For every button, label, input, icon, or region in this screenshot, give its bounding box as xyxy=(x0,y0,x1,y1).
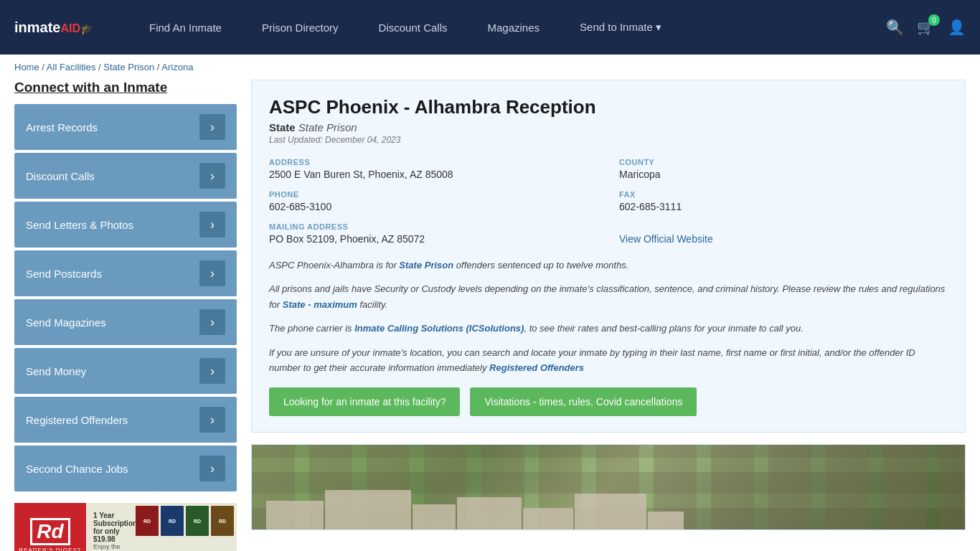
sidebar-item-label: Second Chance Jobs xyxy=(26,463,128,475)
mailing-block: MAILING ADDRESS PO Box 52109, Phoenix, A… xyxy=(269,222,598,245)
facility-photo xyxy=(251,444,966,530)
arrow-icon: › xyxy=(199,212,225,237)
nav-send-to-inmate[interactable]: Send to Inmate ▾ xyxy=(560,0,682,55)
county-block: COUNTY Maricopa xyxy=(619,158,948,180)
ad-headline: 1 Year Subscription for only $19.98 xyxy=(93,509,136,543)
cart-badge: 0 xyxy=(928,14,940,26)
sidebar-item-label: Send Letters & Photos xyxy=(26,219,133,231)
address-value: 2500 E Van Buren St, Phoenix, AZ 85008 xyxy=(269,169,598,180)
nav-magazines[interactable]: Magazines xyxy=(467,0,560,55)
sidebar-item-registered-offenders[interactable]: Registered Offenders › xyxy=(14,397,237,443)
phone-value: 602-685-3100 xyxy=(269,201,598,212)
breadcrumb-home[interactable]: Home xyxy=(14,62,39,72)
address-block: ADDRESS 2500 E Van Buren St, Phoenix, AZ… xyxy=(269,158,598,180)
sidebar-item-label: Discount Calls xyxy=(26,170,95,182)
fax-value: 602-685-3111 xyxy=(619,201,948,212)
search-button[interactable]: 🔍 xyxy=(886,19,904,36)
building-7 xyxy=(648,512,684,529)
sidebar-item-send-money[interactable]: Send Money › xyxy=(14,348,237,394)
breadcrumb: Home / All Facilities / State Prison / A… xyxy=(0,55,980,80)
sidebar-item-send-postcards[interactable]: Send Postcards › xyxy=(14,250,237,296)
sidebar-item-arrest-records[interactable]: Arrest Records › xyxy=(14,104,237,150)
logo[interactable]: inmateAID🎓 xyxy=(14,19,129,36)
arrow-icon: › xyxy=(199,358,225,384)
main-nav: Find An Inmate Prison Directory Discount… xyxy=(129,0,886,55)
ad-book-covers: RD RD RD RD xyxy=(136,506,234,536)
facility-type: State State Prison xyxy=(269,121,948,133)
mailing-value: PO Box 52109, Phoenix, AZ 85072 xyxy=(269,233,598,245)
website-block: View Official Website xyxy=(619,222,948,245)
nav-find-inmate[interactable]: Find An Inmate xyxy=(129,0,242,55)
facility-card: ASPC Phoenix - Alhambra Reception State … xyxy=(251,80,966,433)
rd-logo: Rd xyxy=(30,518,70,545)
arrow-icon: › xyxy=(199,114,225,140)
nav-discount-calls[interactable]: Discount Calls xyxy=(359,0,468,55)
fax-block: FAX 602-685-3111 xyxy=(619,190,948,212)
sidebar-item-label: Send Money xyxy=(26,365,86,377)
sidebar-item-label: Send Magazines xyxy=(26,316,106,329)
official-website-link[interactable]: View Official Website xyxy=(619,233,713,245)
desc-para-1: ASPC Phoenix-Alhambra is for State Priso… xyxy=(269,258,948,273)
building-3 xyxy=(413,504,456,529)
breadcrumb-state[interactable]: Arizona xyxy=(161,62,193,72)
breadcrumb-all-facilities[interactable]: All Facilities xyxy=(47,62,96,72)
ad-banner[interactable]: Rd READER'S DIGEST RD RD RD RD 1 Year Su… xyxy=(14,503,237,551)
header-icons: 🔍 🛒 0 👤 xyxy=(886,19,966,36)
phone-block: PHONE 602-685-3100 xyxy=(269,190,598,212)
sidebar: Connect with an Inmate Arrest Records › … xyxy=(14,80,237,551)
ics-link[interactable]: Inmate Calling Solutions (ICSolutions) xyxy=(354,323,524,334)
sidebar-title: Connect with an Inmate xyxy=(14,80,237,95)
sidebar-item-discount-calls[interactable]: Discount Calls › xyxy=(14,153,237,199)
account-button[interactable]: 👤 xyxy=(948,19,966,36)
building-4 xyxy=(457,497,522,529)
ad-book-3: RD xyxy=(186,506,209,536)
state-maximum-link[interactable]: State - maximum xyxy=(283,299,357,310)
last-updated: Last Updated: December 04, 2023 xyxy=(269,135,948,145)
ad-content: RD RD RD RD 1 Year Subscription for only… xyxy=(86,503,237,551)
sidebar-item-label: Arrest Records xyxy=(26,121,98,133)
county-value: Maricopa xyxy=(619,169,948,180)
visitations-button[interactable]: Visitations - times, rules, Covid cancel… xyxy=(470,387,697,416)
ad-book-4: RD xyxy=(211,506,234,536)
breadcrumb-state-prison[interactable]: State Prison xyxy=(103,62,154,72)
arrow-icon: › xyxy=(199,456,225,481)
building-5 xyxy=(523,508,573,529)
sidebar-item-second-chance-jobs[interactable]: Second Chance Jobs › xyxy=(14,446,237,491)
sidebar-item-send-magazines[interactable]: Send Magazines › xyxy=(14,299,237,345)
sidebar-item-send-letters[interactable]: Send Letters & Photos › xyxy=(14,202,237,248)
action-buttons: Looking for an inmate at this facility? … xyxy=(269,387,948,416)
ad-book-2: RD xyxy=(161,506,184,536)
sidebar-item-label: Send Postcards xyxy=(26,268,102,280)
ad-book-1: RD xyxy=(136,506,159,536)
registered-offenders-link[interactable]: Registered Offenders xyxy=(489,362,584,373)
arrow-icon: › xyxy=(199,309,225,335)
logo-text: inmateAID🎓 xyxy=(14,19,93,36)
site-header: inmateAID🎓 Find An Inmate Prison Directo… xyxy=(0,0,980,55)
building-1 xyxy=(266,501,324,529)
cart-button[interactable]: 🛒 0 xyxy=(917,19,935,36)
state-prison-link-1[interactable]: State Prison xyxy=(399,260,453,270)
facility-info-grid: ADDRESS 2500 E Van Buren St, Phoenix, AZ… xyxy=(269,158,948,245)
main-content: Connect with an Inmate Arrest Records › … xyxy=(0,80,980,551)
ad-logo-area: Rd READER'S DIGEST xyxy=(14,503,86,551)
find-inmate-button[interactable]: Looking for an inmate at this facility? xyxy=(269,387,460,416)
desc-para-3: The phone carrier is Inmate Calling Solu… xyxy=(269,321,948,336)
sidebar-item-label: Registered Offenders xyxy=(26,414,128,426)
desc-para-2: All prisons and jails have Security or C… xyxy=(269,281,948,312)
buildings-illustration xyxy=(252,479,965,529)
ad-subtext: Enjoy the BEST stories, advice & jokes! xyxy=(93,543,136,551)
arrow-icon: › xyxy=(199,407,225,433)
building-2 xyxy=(325,490,411,529)
content-area: ASPC Phoenix - Alhambra Reception State … xyxy=(251,80,966,551)
arrow-icon: › xyxy=(199,163,225,189)
facility-name: ASPC Phoenix - Alhambra Reception xyxy=(269,96,948,118)
desc-para-4: If you are unsure of your inmate's locat… xyxy=(269,345,948,376)
rd-brand: READER'S DIGEST xyxy=(19,547,81,552)
nav-prison-directory[interactable]: Prison Directory xyxy=(242,0,359,55)
arrow-icon: › xyxy=(199,260,225,286)
facility-description: ASPC Phoenix-Alhambra is for State Priso… xyxy=(269,258,948,376)
building-6 xyxy=(575,494,646,529)
